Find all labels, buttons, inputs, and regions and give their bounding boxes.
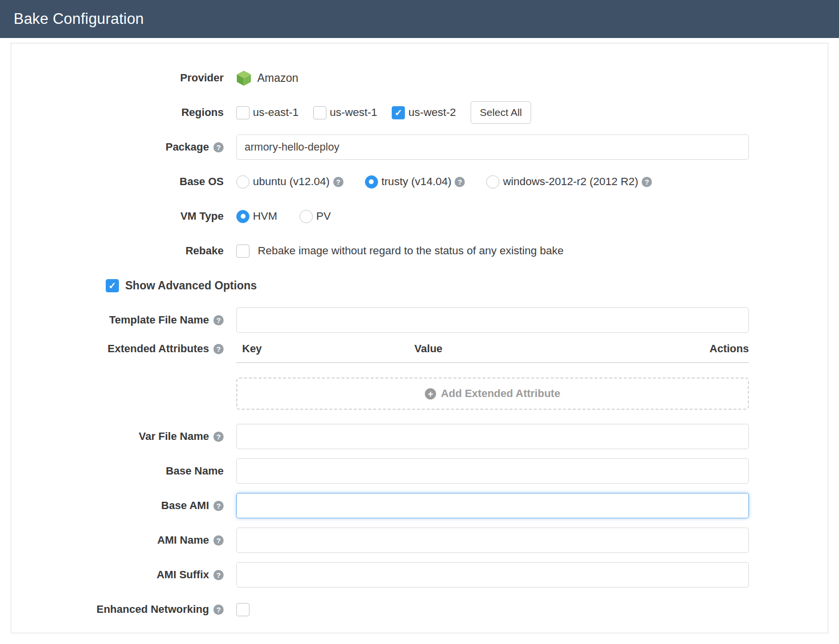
extended-attributes-label-cell: Extended Attributes ? — [11, 341, 236, 355]
help-icon[interactable]: ? — [213, 432, 224, 442]
template-file-name-label: Template File Name — [109, 314, 209, 326]
os-option-trusty[interactable]: trusty (v14.04) ? — [365, 175, 465, 189]
checkbox-unchecked-icon[interactable] — [236, 106, 249, 119]
provider-label-cell: Provider — [11, 72, 236, 84]
vm-type-label: VM Type — [180, 210, 224, 223]
vm-type-options: HVM PV — [236, 210, 749, 223]
base-name-value-cell — [236, 458, 749, 484]
help-icon[interactable]: ? — [213, 570, 224, 580]
package-label-cell: Package ? — [11, 141, 236, 153]
base-name-label-cell: Base Name — [11, 465, 236, 477]
region-option-us-east-1[interactable]: us-east-1 — [236, 106, 299, 119]
var-file-name-row: Var File Name ? — [11, 423, 749, 450]
extended-attributes-row: Extended Attributes ? Key Value Actions … — [11, 341, 749, 410]
help-icon[interactable]: ? — [213, 605, 224, 615]
radio-unselected-icon[interactable] — [236, 175, 249, 189]
show-advanced-row: Show Advanced Options — [11, 272, 749, 299]
checkbox-unchecked-icon[interactable] — [236, 245, 249, 258]
select-all-button[interactable]: Select All — [471, 101, 531, 124]
rebake-row: Rebake Rebake image without regard to th… — [11, 238, 749, 264]
column-header-actions: Actions — [709, 342, 749, 355]
base-name-label: Base Name — [166, 465, 224, 477]
base-ami-label: Base AMI — [161, 499, 209, 512]
var-file-name-input[interactable] — [236, 424, 749, 449]
vm-type-label-cell: VM Type — [11, 210, 236, 223]
enhanced-networking-option — [236, 603, 749, 616]
regions-options: us-east-1 us-west-1 us-west-2 Select All — [236, 101, 749, 124]
checkbox-unchecked-icon[interactable] — [313, 106, 326, 119]
radio-unselected-icon[interactable] — [486, 175, 499, 189]
checkbox-unchecked-icon[interactable] — [236, 603, 249, 616]
base-ami-label-cell: Base AMI ? — [11, 499, 236, 512]
rebake-option: Rebake image without regard to the statu… — [236, 245, 749, 258]
base-name-input[interactable] — [236, 458, 749, 484]
add-extended-attribute-button[interactable]: + Add Extended Attribute — [236, 378, 749, 410]
vm-type-row: VM Type HVM PV — [11, 203, 749, 229]
os-option-ubuntu[interactable]: ubuntu (v12.04) ? — [236, 175, 343, 189]
region-option-label: us-west-2 — [408, 106, 456, 119]
region-option-label: us-west-1 — [330, 106, 378, 119]
template-file-name-label-cell: Template File Name ? — [11, 314, 236, 326]
ami-suffix-row: AMI Suffix ? — [11, 562, 749, 588]
column-header-key: Key — [242, 342, 415, 355]
base-ami-value-cell — [236, 493, 749, 518]
help-icon[interactable]: ? — [213, 344, 224, 354]
region-option-us-west-2[interactable]: us-west-2 — [392, 106, 456, 119]
provider-label: Provider — [180, 72, 224, 84]
var-file-name-label-cell: Var File Name ? — [11, 430, 236, 443]
plus-icon: + — [425, 388, 436, 399]
ami-name-input[interactable] — [236, 528, 749, 553]
base-ami-input[interactable] — [236, 493, 749, 518]
show-advanced-label: Show Advanced Options — [125, 279, 257, 292]
ami-name-row: AMI Name ? — [11, 527, 749, 553]
checkbox-checked-icon[interactable] — [392, 106, 405, 119]
regions-label-cell: Regions — [11, 106, 236, 119]
region-option-label: us-east-1 — [253, 106, 299, 119]
help-icon[interactable]: ? — [455, 177, 465, 187]
template-file-name-input[interactable] — [236, 307, 749, 333]
radio-selected-icon[interactable] — [365, 175, 378, 189]
bake-config-panel: Provider Amazon Regions us-east-1 — [11, 43, 828, 633]
radio-selected-icon[interactable] — [236, 210, 249, 223]
rebake-label-cell: Rebake — [11, 245, 236, 257]
os-option-label: windows-2012-r2 (2012 R2) — [503, 175, 638, 188]
rebake-label: Rebake — [186, 245, 224, 257]
help-icon[interactable]: ? — [213, 315, 224, 325]
template-file-name-value-cell — [236, 307, 749, 333]
show-advanced-option[interactable]: Show Advanced Options — [106, 279, 257, 292]
base-os-label: Base OS — [180, 175, 224, 188]
title-bar: Bake Configuration — [0, 0, 839, 38]
package-row: Package ? — [11, 134, 749, 160]
package-input[interactable] — [236, 134, 749, 160]
help-icon[interactable]: ? — [213, 501, 224, 511]
enhanced-networking-row: Enhanced Networking ? — [11, 596, 749, 623]
var-file-name-label: Var File Name — [139, 430, 209, 443]
vm-type-option-pv[interactable]: PV — [300, 210, 331, 223]
ami-name-value-cell — [236, 528, 749, 553]
page-title: Bake Configuration — [14, 10, 144, 28]
extended-attributes-table: Key Value Actions + Add Extended Attribu… — [236, 341, 749, 410]
help-icon[interactable]: ? — [642, 177, 652, 187]
ami-suffix-label-cell: AMI Suffix ? — [11, 568, 236, 581]
package-label: Package — [166, 141, 209, 153]
vm-type-option-hvm[interactable]: HVM — [236, 210, 277, 223]
ami-suffix-value-cell — [236, 562, 749, 587]
os-option-windows-2012-r2[interactable]: windows-2012-r2 (2012 R2) ? — [486, 175, 652, 189]
regions-row: Regions us-east-1 us-west-1 us-west-2 Se… — [11, 99, 749, 126]
os-option-label: ubuntu (v12.04) — [253, 175, 330, 188]
regions-label: Regions — [181, 106, 224, 119]
rebake-description: Rebake image without regard to the statu… — [258, 245, 564, 257]
extended-attributes-header: Key Value Actions — [236, 342, 749, 363]
amazon-cube-icon — [236, 70, 251, 86]
checkbox-checked-icon[interactable] — [106, 279, 119, 292]
help-icon[interactable]: ? — [333, 177, 343, 187]
radio-unselected-icon[interactable] — [300, 210, 313, 223]
base-name-row: Base Name — [11, 458, 749, 484]
add-extended-attribute-label: Add Extended Attribute — [441, 387, 560, 400]
help-icon[interactable]: ? — [213, 535, 224, 546]
region-option-us-west-1[interactable]: us-west-1 — [313, 106, 378, 119]
ami-name-label: AMI Name — [157, 534, 209, 547]
help-icon[interactable]: ? — [213, 142, 224, 152]
ami-suffix-input[interactable] — [236, 562, 749, 587]
base-os-label-cell: Base OS — [11, 175, 236, 188]
